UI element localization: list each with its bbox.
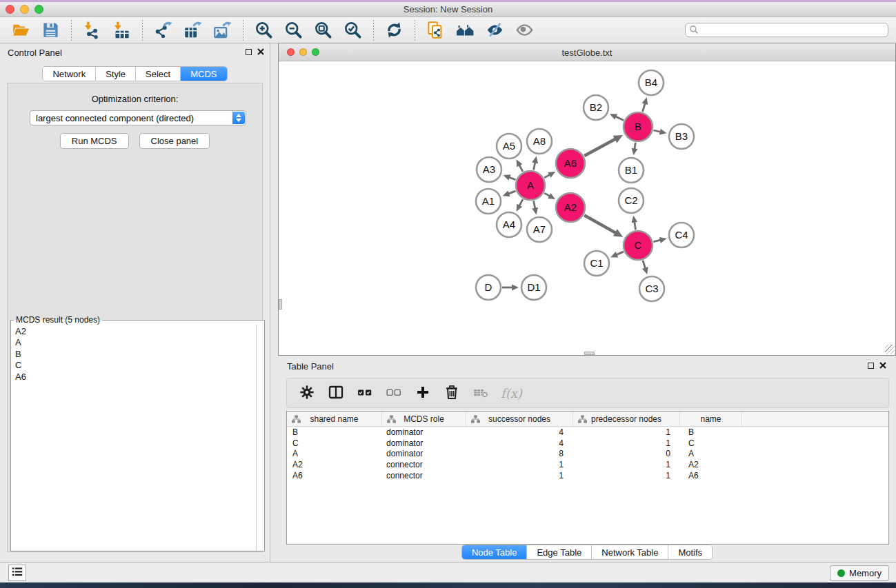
tab-motifs[interactable]: Motifs bbox=[668, 545, 712, 559]
vertical-scroll-thumb[interactable] bbox=[279, 299, 282, 310]
table-cell[interactable]: C bbox=[287, 438, 382, 448]
zoom-fit-icon bbox=[314, 21, 332, 39]
export-table-button[interactable] bbox=[178, 19, 208, 42]
task-history-button[interactable] bbox=[8, 565, 26, 581]
table-row[interactable]: Adominator80A bbox=[287, 449, 888, 460]
graph-edge-A2-C[interactable] bbox=[584, 215, 617, 233]
graph-edge-A6-B[interactable] bbox=[584, 139, 616, 156]
table-cell[interactable]: dominator bbox=[382, 449, 466, 458]
graph-node-label-A6: A6 bbox=[564, 157, 577, 169]
table-cell[interactable]: 1 bbox=[573, 438, 680, 448]
import-table-button[interactable] bbox=[107, 19, 137, 42]
select-all-button[interactable] bbox=[352, 381, 378, 405]
hide-graphics-button[interactable] bbox=[480, 19, 510, 42]
tab-select[interactable]: Select bbox=[136, 67, 181, 81]
table-cell[interactable]: 8 bbox=[466, 449, 573, 458]
tab-node-table[interactable]: Node Table bbox=[462, 545, 528, 559]
table-cell[interactable]: 4 bbox=[466, 438, 573, 448]
close-panel-button[interactable]: Close panel bbox=[139, 133, 210, 149]
table-cell[interactable]: A6 bbox=[680, 471, 742, 480]
graph-arrowhead bbox=[504, 174, 511, 180]
mcds-result-scrollbar[interactable] bbox=[256, 325, 264, 551]
table-cell[interactable]: A6 bbox=[287, 471, 382, 480]
mcds-result-item[interactable]: B bbox=[12, 349, 255, 360]
table-cell[interactable]: A2 bbox=[287, 460, 382, 469]
tab-mcds[interactable]: MCDS bbox=[181, 67, 226, 81]
table-cell[interactable]: 1 bbox=[573, 460, 680, 469]
table-cell[interactable]: 0 bbox=[573, 449, 680, 458]
graph-node-label-A1: A1 bbox=[482, 195, 495, 207]
mcds-result-item[interactable]: A2 bbox=[12, 326, 255, 337]
delete-row-button[interactable] bbox=[439, 381, 465, 405]
function-builder-button[interactable]: f(x) bbox=[501, 386, 522, 401]
home-button[interactable] bbox=[450, 19, 480, 42]
table-row[interactable]: A6connector11A6 bbox=[287, 470, 888, 481]
graph-arrowhead bbox=[642, 97, 648, 105]
zoom-selected-button[interactable] bbox=[338, 19, 368, 42]
add-row-button[interactable] bbox=[410, 381, 436, 405]
tab-network[interactable]: Network bbox=[43, 67, 96, 81]
horizontal-scroll-thumb[interactable] bbox=[584, 352, 595, 355]
table-close-panel-icon[interactable] bbox=[879, 362, 886, 369]
column-header-MCDS-role[interactable]: MCDS role bbox=[382, 412, 466, 426]
table-cell[interactable]: connector bbox=[382, 460, 466, 469]
graph-node-label-A8: A8 bbox=[533, 135, 546, 147]
network-graph[interactable]: B4B2BB3A5A8A6A3AB1A1C2A4A7A2C4CC1C3DD1 bbox=[279, 61, 895, 355]
table-cell[interactable]: 1 bbox=[466, 471, 573, 480]
tab-style[interactable]: Style bbox=[96, 67, 136, 81]
table-cell[interactable]: 1 bbox=[466, 460, 573, 469]
show-graphics-button[interactable] bbox=[510, 19, 539, 42]
search-input[interactable] bbox=[685, 23, 888, 37]
delete-table-button[interactable] bbox=[468, 381, 494, 405]
resize-grip[interactable] bbox=[885, 345, 895, 354]
graph-edge-B-B4[interactable] bbox=[643, 103, 646, 112]
settings-button[interactable] bbox=[294, 381, 320, 405]
network-canvas[interactable]: B4B2BB3A5A8A6A3AB1A1C2A4A7A2C4CC1C3DD1 bbox=[279, 61, 895, 355]
zoom-fit-button[interactable] bbox=[308, 19, 338, 42]
mcds-result-item[interactable]: A6 bbox=[12, 372, 255, 383]
criterion-select[interactable]: largest connected component (directed) bbox=[30, 110, 246, 125]
refresh-button[interactable] bbox=[379, 19, 409, 42]
table-float-panel-icon[interactable] bbox=[868, 363, 874, 369]
table-cell[interactable]: C bbox=[680, 438, 742, 448]
open-session-button[interactable] bbox=[6, 19, 36, 42]
column-header-name[interactable]: name bbox=[680, 412, 742, 426]
table-cell[interactable]: A bbox=[287, 449, 382, 458]
mcds-result-item[interactable]: C bbox=[12, 360, 255, 371]
export-image-button[interactable] bbox=[208, 19, 237, 42]
save-session-button[interactable] bbox=[36, 19, 66, 42]
tab-edge-table[interactable]: Edge Table bbox=[527, 545, 592, 559]
table-cell[interactable]: 1 bbox=[573, 471, 680, 480]
import-table-icon bbox=[112, 21, 131, 39]
table-row[interactable]: Bdominator41B bbox=[287, 427, 888, 438]
table-cell[interactable]: B bbox=[287, 427, 382, 437]
export-network-button[interactable] bbox=[148, 19, 178, 42]
column-header-successor-nodes[interactable]: successor nodes bbox=[466, 412, 573, 426]
graph-edge-B-B2[interactable] bbox=[615, 116, 624, 121]
mcds-result-item[interactable]: A bbox=[12, 337, 255, 348]
table-cell[interactable]: 4 bbox=[466, 427, 573, 437]
float-panel-icon[interactable] bbox=[246, 49, 252, 55]
table-cell[interactable]: B bbox=[680, 427, 742, 437]
tab-network-table[interactable]: Network Table bbox=[592, 545, 668, 559]
table-cell[interactable]: A bbox=[680, 449, 742, 458]
memory-button[interactable]: Memory bbox=[830, 565, 889, 581]
import-network-button[interactable] bbox=[77, 19, 107, 42]
table-cell[interactable]: dominator bbox=[382, 438, 466, 448]
table-cell[interactable]: 1 bbox=[573, 427, 680, 437]
duplicate-network-button[interactable] bbox=[421, 19, 450, 42]
table-cell[interactable]: connector bbox=[382, 471, 466, 480]
zoom-out-button[interactable] bbox=[279, 19, 308, 42]
table-row[interactable]: Cdominator41C bbox=[287, 438, 888, 449]
deselect-all-button[interactable] bbox=[381, 381, 407, 405]
close-panel-icon[interactable] bbox=[257, 48, 264, 55]
run-mcds-button[interactable]: Run MCDS bbox=[60, 133, 129, 149]
column-header-shared-name[interactable]: shared name bbox=[287, 412, 382, 426]
zoom-in-button[interactable] bbox=[249, 19, 279, 42]
columns-button[interactable] bbox=[323, 381, 349, 405]
table-cell[interactable]: dominator bbox=[382, 427, 466, 437]
table-cell[interactable]: A2 bbox=[680, 460, 742, 469]
table-row[interactable]: A2connector11A2 bbox=[287, 459, 888, 470]
zoom-in-icon bbox=[255, 21, 273, 39]
column-header-predecessor-nodes[interactable]: predecessor nodes bbox=[573, 412, 680, 426]
